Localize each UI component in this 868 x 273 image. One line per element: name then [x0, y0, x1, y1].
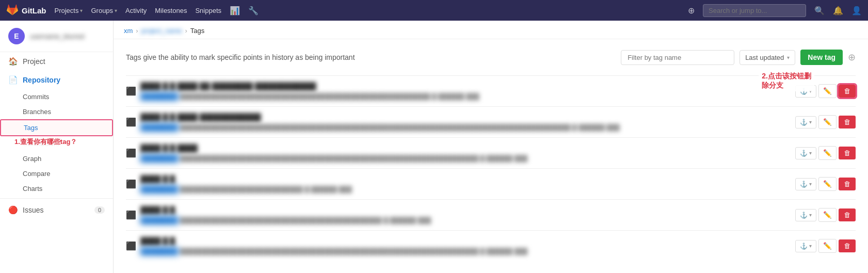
tag-edit-button[interactable]: ✏️: [818, 239, 837, 253]
search-input[interactable]: [703, 4, 806, 17]
sidebar-item-label: Repository: [23, 76, 60, 84]
sidebar-item-branches[interactable]: Branches: [0, 104, 113, 119]
tag-archive-button[interactable]: ⚓ ▾: [795, 240, 816, 252]
gitlab-brand[interactable]: GitLab: [6, 4, 46, 17]
tag-time: █ ██████ ███: [383, 217, 431, 224]
tag-desc: ████████████████████████████: [180, 186, 304, 193]
annotation-sidebar: 1.查看你有哪些tag？: [11, 136, 80, 148]
tag-time: █ ██████ ███: [572, 124, 620, 131]
filter-input[interactable]: [621, 50, 734, 65]
user-profile-area[interactable]: E username_blurred: [0, 21, 113, 52]
tag-time: █ ██████ ███: [432, 93, 479, 100]
tag-delete-button[interactable]: 🗑: [839, 178, 856, 190]
tag-commit-ref[interactable]: ████████: [140, 154, 179, 162]
separator: ›: [136, 27, 138, 35]
annotation-delete: 2.点击该按钮删除分支: [759, 71, 814, 91]
sidebar-item-commits[interactable]: Commits: [0, 89, 113, 104]
tag-delete-button[interactable]: 🗑: [839, 116, 856, 129]
nav-activity[interactable]: Activity: [125, 7, 147, 14]
search-icon[interactable]: 🔍: [814, 6, 825, 15]
main-content: xm › project_name › Tags Tags give the a…: [114, 21, 868, 273]
username-label: username_blurred: [30, 33, 85, 40]
tag-name: ████ █ █ ████ ██ ████████ ████████████: [140, 82, 316, 90]
plus-icon[interactable]: ⊕: [688, 6, 695, 15]
sort-dropdown[interactable]: Last updated ▾: [740, 50, 795, 65]
user-menu-icon[interactable]: 👤: [851, 6, 862, 15]
wrench-icon[interactable]: 🔧: [248, 6, 259, 15]
tag-commit-ref[interactable]: ████████: [140, 247, 179, 255]
notifications-icon[interactable]: 🔔: [833, 6, 843, 15]
tag-bullet-icon: ⬛: [126, 148, 136, 158]
avatar: E: [8, 28, 25, 44]
nav-snippets[interactable]: Snippets: [195, 7, 221, 14]
tag-archive-button[interactable]: ⚓ ▾: [795, 209, 816, 221]
sidebar-item-graph[interactable]: Graph: [0, 151, 113, 166]
nav-groups[interactable]: Groups ▾: [91, 7, 117, 14]
archive-icon: ⚓: [800, 119, 808, 126]
file-icon: 📄: [8, 75, 18, 85]
tag-archive-button[interactable]: ⚓ ▾: [795, 147, 816, 159]
tag-edit-button[interactable]: ✏️: [818, 115, 837, 129]
home-icon: 🏠: [8, 57, 18, 66]
new-tag-button[interactable]: New tag: [800, 50, 843, 65]
nav-projects[interactable]: Projects ▾: [55, 7, 83, 14]
tags-description: Tags give the ability to mark specific p…: [126, 53, 616, 61]
tag-name: ████ █ █ ████ ████████████: [140, 113, 261, 121]
sidebar-item-project[interactable]: 🏠 Project: [0, 52, 113, 71]
tag-actions: ⚓ ▾ ✏️ 🗑: [795, 177, 856, 191]
tag-info: ████ █ █ ████ ████████████ ████████ ████…: [140, 113, 791, 131]
tag-commit-ref[interactable]: ████████: [140, 123, 179, 131]
breadcrumb-project[interactable]: project_name: [141, 27, 182, 35]
tag-actions: ⚓ ▾ ✏️ 🗑: [795, 115, 856, 129]
table-row: ⬛ ████ █ █ ████ ██ ████████ ████████████…: [126, 75, 856, 106]
breadcrumb-root[interactable]: xm: [124, 27, 133, 35]
sort-label: Last updated: [745, 54, 784, 61]
tag-desc: ████████████████████████████████████████…: [180, 93, 432, 100]
tag-name: ████ █ █: [140, 206, 175, 214]
sidebar-item-charts[interactable]: Charts: [0, 181, 113, 196]
issues-icon: 🔴: [8, 205, 18, 215]
tag-edit-button[interactable]: ✏️: [818, 177, 837, 191]
archive-icon: ⚓: [800, 150, 808, 157]
tag-archive-button[interactable]: ⚓ ▾: [795, 116, 816, 129]
tag-edit-button[interactable]: ✏️: [818, 146, 837, 160]
archive-icon: ⚓: [800, 212, 808, 219]
table-row: ⬛ ████ █ █ ████ ████████ ███████████████…: [126, 137, 856, 168]
tag-commit-ref[interactable]: ████████: [140, 185, 179, 193]
chevron-down-icon: ▾: [80, 8, 83, 13]
tag-delete-button[interactable]: 🗑: [839, 85, 856, 98]
tag-edit-button[interactable]: ✏️: [818, 208, 837, 222]
tag-bullet-icon: ⬛: [126, 210, 136, 220]
stats-icon[interactable]: 📊: [230, 6, 240, 15]
tag-desc: ████████████████████████████████████████…: [180, 124, 572, 131]
sidebar-item-tags[interactable]: Tags: [0, 119, 113, 136]
tag-commit-ref[interactable]: ████████: [140, 92, 179, 100]
sidebar-item-repository[interactable]: 📄 Repository: [0, 71, 113, 89]
tag-delete-button[interactable]: 🗑: [839, 239, 856, 252]
breadcrumb-current: Tags: [190, 27, 204, 35]
sidebar-item-compare[interactable]: Compare: [0, 166, 113, 181]
sidebar-item-label: Issues: [23, 206, 43, 214]
tag-delete-button[interactable]: 🗑: [839, 208, 856, 221]
tag-actions: ⚓ ▾ ✏️ 🗑: [795, 208, 856, 222]
tags-header: Tags give the ability to mark specific p…: [126, 50, 856, 65]
tag-edit-button[interactable]: ✏️: [818, 84, 837, 98]
tag-name: ████ █ █: [140, 237, 175, 245]
tag-actions: ⚓ ▾ ✏️ 🗑: [795, 239, 856, 253]
table-row: ⬛ ████ █ █ ████████ ████████████████████…: [126, 199, 856, 230]
tag-bullet-icon: ⬛: [126, 179, 136, 189]
sidebar-item-issues[interactable]: 🔴 Issues 0: [0, 201, 113, 219]
issues-count: 0: [94, 206, 105, 214]
brand-name: GitLab: [22, 6, 46, 15]
archive-icon: ⚓: [800, 181, 808, 188]
tag-bullet-icon: ⬛: [126, 241, 136, 251]
tag-delete-button[interactable]: 🗑: [839, 147, 856, 159]
tag-time: █ ██████ ███: [480, 155, 528, 162]
chevron-down-icon: ▾: [809, 212, 812, 218]
tag-time: █ ██████ ███: [304, 186, 352, 193]
tag-commit-ref[interactable]: ████████: [140, 216, 179, 224]
nav-milestones[interactable]: Milestones: [155, 7, 187, 14]
rss-icon[interactable]: ⊕: [848, 52, 856, 63]
tag-info: ████ █ █ ████████ ██████████████████████…: [140, 206, 791, 224]
tag-archive-button[interactable]: ⚓ ▾: [795, 178, 816, 190]
